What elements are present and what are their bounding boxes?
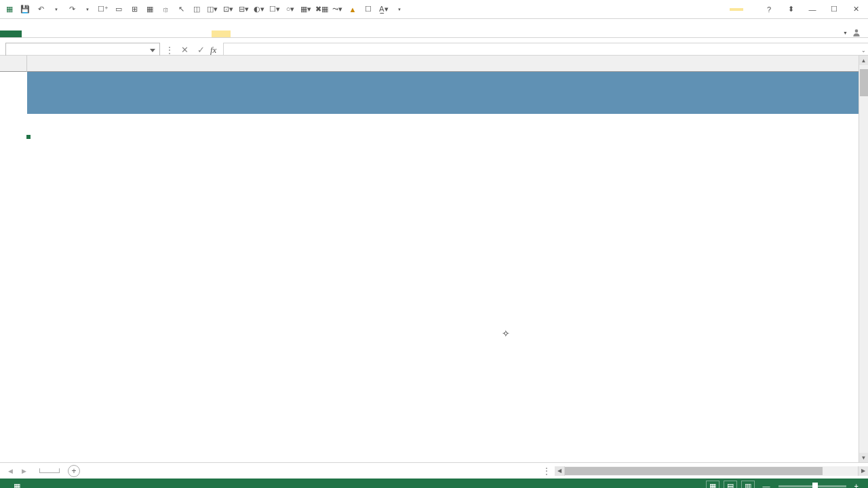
redo-icon[interactable]: ↷ <box>65 3 79 16</box>
split-icon[interactable]: ⊞ <box>127 3 141 16</box>
scroll-right-icon[interactable]: ▶ <box>859 466 868 476</box>
maximize-icon[interactable]: ☐ <box>825 3 844 16</box>
help-icon[interactable]: ? <box>760 3 778 16</box>
fx-icon[interactable]: fx <box>210 45 216 56</box>
table-tools-label <box>730 8 743 11</box>
save-icon[interactable]: 💾 <box>18 3 32 16</box>
remove-dup-icon[interactable]: ✖▦ <box>315 3 328 16</box>
statusbar: ▦ ▦ ▤ ▥ — + <box>0 479 868 488</box>
checkbox-icon[interactable]: ☐ <box>361 3 375 16</box>
tab-page-layout[interactable] <box>60 30 79 37</box>
tab-powerpivot[interactable] <box>193 30 212 37</box>
tab-insert[interactable] <box>41 30 60 37</box>
warning-icon[interactable]: ▲ <box>346 3 359 16</box>
column-headers <box>27 56 859 72</box>
hide-icon[interactable]: ▦ <box>143 3 157 16</box>
tab-nav-prev-icon[interactable]: ◀ <box>4 465 16 477</box>
zoom-in-icon[interactable]: + <box>854 482 859 488</box>
group-icon[interactable]: ⊡▾ <box>221 3 235 16</box>
vertical-scrollbar[interactable]: ▲ ▼ <box>859 56 868 462</box>
selection-box <box>27 136 30 138</box>
horizontal-scroll-thumb[interactable] <box>565 467 823 475</box>
file-tab[interactable] <box>0 30 22 37</box>
grid[interactable] <box>27 72 859 462</box>
shape-icon[interactable]: ○▾ <box>283 3 297 16</box>
page-title <box>27 72 859 114</box>
normal-view-icon[interactable]: ▦ <box>706 481 719 488</box>
cursor-icon: ✧ <box>502 328 510 339</box>
close-icon[interactable]: ✕ <box>846 3 865 16</box>
scroll-left-icon[interactable]: ◀ <box>555 466 564 476</box>
cancel-formula-icon[interactable]: ✕ <box>179 45 190 55</box>
trace-icon[interactable]: ⤳▾ <box>330 3 344 16</box>
tab-home[interactable] <box>22 30 41 37</box>
pivot-dropdown-icon[interactable]: ◫▾ <box>205 3 219 16</box>
sheet-tab-matching[interactable] <box>39 468 60 473</box>
tab-formulas[interactable] <box>79 30 98 37</box>
user-avatar-icon <box>852 28 861 37</box>
formula-bar: ⋮ ✕ ✓ fx ⌄ <box>0 38 868 56</box>
redo-dropdown-icon[interactable]: ▼ <box>81 3 94 16</box>
fill-color-icon[interactable]: ◐▾ <box>252 3 266 16</box>
excel-icon[interactable]: ▦ <box>3 3 16 16</box>
tab-view[interactable] <box>136 30 155 37</box>
pivot-icon[interactable]: ◫ <box>190 3 203 16</box>
border-icon[interactable]: ☐▾ <box>268 3 281 16</box>
macro-recording-icon[interactable]: ▦ <box>14 482 20 489</box>
expand-formula-icon[interactable]: ⌄ <box>861 47 866 54</box>
scroll-down-icon[interactable]: ▼ <box>859 453 868 462</box>
sheet-tabs-bar: ◀ ▶ + ⋮ ◀ ▶ <box>0 462 868 479</box>
undo-icon[interactable]: ↶ <box>34 3 47 16</box>
undo-dropdown-icon[interactable]: ▼ <box>50 3 63 16</box>
ungroup-icon[interactable]: ⊟▾ <box>237 3 250 16</box>
select-arrow-icon[interactable]: ↖ <box>174 3 188 16</box>
quick-access-toolbar: ▦ 💾 ↶ ▼ ↷ ▼ ☐⁺ ▭ ⊞ ▦ ⎅ ↖ ◫ ◫▾ ⊡▾ ⊟▾ ◐▾ ☐… <box>3 3 406 16</box>
ribbon-tabs: ▼ <box>0 19 868 38</box>
minimize-icon[interactable]: — <box>803 3 822 16</box>
page-break-view-icon[interactable]: ▥ <box>741 481 755 488</box>
vertical-scroll-thumb[interactable] <box>860 69 868 96</box>
textbox-icon[interactable]: A̲▾ <box>377 3 391 16</box>
tab-power-query[interactable] <box>174 30 193 37</box>
confirm-formula-icon[interactable]: ✓ <box>195 45 206 55</box>
horizontal-scrollbar[interactable] <box>564 466 859 476</box>
tab-design[interactable] <box>212 30 231 37</box>
tab-review[interactable] <box>117 30 136 37</box>
zoom-slider[interactable] <box>778 485 846 487</box>
ribbon-options-icon[interactable]: ⬍ <box>781 3 800 16</box>
tab-nav-next-icon[interactable]: ▶ <box>18 465 30 477</box>
freeze-panes-icon[interactable]: ▭ <box>112 3 125 16</box>
new-sheet-icon[interactable]: + <box>68 465 80 477</box>
user-area[interactable]: ▼ <box>839 28 868 37</box>
page-layout-view-icon[interactable]: ▤ <box>724 481 737 488</box>
tab-data[interactable] <box>98 30 117 37</box>
new-window-icon[interactable]: ☐⁺ <box>96 3 110 16</box>
select-all-corner[interactable] <box>0 56 27 72</box>
zoom-out-icon[interactable]: — <box>763 482 770 488</box>
titlebar: ▦ 💾 ↶ ▼ ↷ ▼ ☐⁺ ▭ ⊞ ▦ ⎅ ↖ ◫ ◫▾ ⊡▾ ⊟▾ ◐▾ ☐… <box>0 0 868 19</box>
qat-customize-icon[interactable]: ▼ <box>393 3 406 16</box>
tab-developer[interactable] <box>155 30 174 37</box>
arrange-icon[interactable]: ⎅ <box>159 3 172 16</box>
sheet-area: ✧ ▲ ▼ <box>0 56 868 462</box>
scroll-up-icon[interactable]: ▲ <box>859 56 868 65</box>
table-icon[interactable]: ▦▾ <box>299 3 313 16</box>
svg-point-0 <box>855 29 859 33</box>
